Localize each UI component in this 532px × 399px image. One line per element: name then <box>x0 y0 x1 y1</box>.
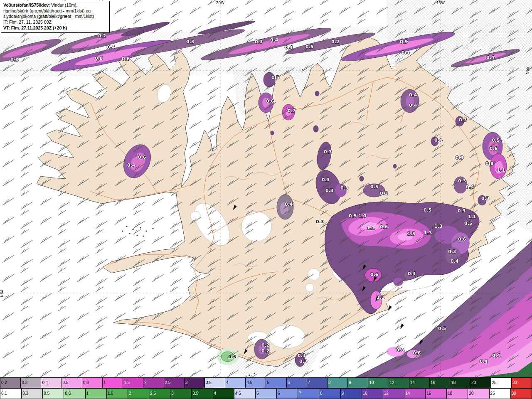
precip-value-label: 0.4 <box>486 55 495 60</box>
precip-value-label: 0.3 <box>456 155 464 160</box>
panel-init-time: IT: Fim. 27. 11. 2025 00Z <box>3 20 107 25</box>
precip-value-label: 0.3 <box>448 249 456 254</box>
precip-value-label: 0.4 <box>270 37 278 43</box>
colorbar-cell: 12 <box>383 388 404 399</box>
colorbar-cell: 1.5 <box>106 388 128 399</box>
colorbar-cell: 25 <box>489 388 510 399</box>
colorbar-cell: 4.5 <box>245 377 266 388</box>
precip-value-label: 0.3 <box>458 208 466 214</box>
precip-value-label: 1.0 <box>358 213 367 219</box>
colorbar-cell: 20 <box>468 388 489 399</box>
colorbar-cell: 2 <box>128 388 149 399</box>
colorbar-cell: 0.5 <box>42 388 64 399</box>
panel-line-2: rigning/skúrir (grænt/blátt/rautt - mm/1… <box>3 8 107 14</box>
precip-value-label: 0.3 <box>322 177 330 182</box>
colorbar-cell: 18 <box>446 388 468 399</box>
precip-value-label: 0.4 <box>434 138 443 143</box>
model-name: Veðurstofan/IS750dev <box>3 2 49 7</box>
colour-scales: 0.20.30.40.50.811.522.533.544.5567891012… <box>0 377 532 399</box>
colorbar-cell: 3.5 <box>204 377 225 388</box>
precip-value-label: 1.1 <box>367 225 375 231</box>
colorbar-cell: 18 <box>450 377 470 388</box>
precip-value-label: 1.1 <box>377 295 385 300</box>
precip-value-label: 0.6 <box>370 272 379 277</box>
colorbar-cell: 20 <box>470 377 490 388</box>
precip-value-label: 0.3 <box>459 117 467 123</box>
colorbar-cell: 8 <box>319 388 340 399</box>
colorbar-cell: 30 <box>511 377 532 388</box>
precip-value-label: 0.3 <box>298 353 306 358</box>
precip-value-label: 0.2 <box>261 342 270 348</box>
precip-value-label: 0.4 <box>127 163 135 168</box>
colorbar-cell: 3.5 <box>191 388 212 399</box>
colorbar-cell: 0.3 <box>20 377 41 388</box>
panel-line-3: slydda/snjókoma (grátt/bleikt/grænt - mm… <box>3 14 107 20</box>
precip-value-label: 0.5 <box>370 184 379 190</box>
precip-value-label: 0.3 <box>481 196 490 201</box>
colorbar-cell: 0.8 <box>82 377 102 388</box>
colorbar-cell: 7 <box>307 377 327 388</box>
colorbar-cell: 6 <box>276 388 298 399</box>
precip-value-label: 0.3 <box>186 39 195 44</box>
longitude-label: 20W <box>216 1 224 5</box>
colorbar-cell: 14 <box>409 377 429 388</box>
precip-value-label: 0.8 <box>396 347 404 353</box>
colorbar-cell: 14 <box>404 388 425 399</box>
weather-map: 20W15WN66N64 0.60.20.40.80.60.30.30.40.4… <box>0 0 532 377</box>
colorbar-cell: 0.1 <box>0 388 21 399</box>
precip-value-label: 0.5 <box>424 207 432 213</box>
colorbar-cell: 0.5 <box>62 377 82 388</box>
precip-value-label: 0.3 <box>380 191 388 196</box>
colorbar-cell: 2.5 <box>149 388 170 399</box>
precip-value-label: 1.1 <box>497 167 505 173</box>
colorbar-cell: 2.5 <box>164 377 184 388</box>
colorbar-cell: 16 <box>425 388 446 399</box>
precip-value-label: 0.3 <box>299 359 308 364</box>
precip-value-label: 1.3 <box>434 224 443 229</box>
colorbar-cell: 4 <box>213 388 234 399</box>
title-rest: : Vindur (10m), <box>49 2 77 7</box>
wind-barb-field <box>0 0 532 377</box>
colorbar-cell: 10 <box>368 377 388 388</box>
precip-value-label: 0.5 <box>305 44 314 49</box>
colorbar-cell: 4.5 <box>234 388 255 399</box>
precip-value-label: 0.8 <box>95 56 103 61</box>
precip-value-label: 1.5 <box>407 231 416 236</box>
colorbar-cell: 6 <box>286 377 307 388</box>
colorbar-cell: 9 <box>340 388 362 399</box>
forecast-info-panel: Veðurstofan/IS750dev: Vindur (10m), rign… <box>1 1 110 33</box>
snow-sleet-colour-scale: 0.20.30.40.50.811.522.533.544.5567891012… <box>0 377 532 388</box>
precip-value-label: 0.5 <box>349 213 357 219</box>
precip-value-label: 0.3 <box>316 219 324 224</box>
longitude-label: 15W <box>436 1 445 5</box>
colorbar-cell: 3 <box>170 388 191 399</box>
colorbar-cell: 25 <box>491 377 511 388</box>
precip-value-label: 0.4 <box>451 259 459 264</box>
precip-value-label: 0.4 <box>285 202 293 207</box>
precip-value-label: 0.4 <box>409 92 417 98</box>
precip-value-label: 0.6 <box>490 146 498 151</box>
precip-value-label: 0.4 <box>285 45 293 50</box>
precip-value-label: 0.6 <box>10 57 19 63</box>
colorbar-cell: 10 <box>362 388 383 399</box>
precip-value-label: 1.1 <box>468 214 476 219</box>
colorbar-cell: 1.5 <box>123 377 143 388</box>
colorbar-cell: 8 <box>327 377 347 388</box>
colorbar-cell: 0.4 <box>41 377 61 388</box>
latitude-label: N64 <box>0 290 4 297</box>
colorbar-cell: 5 <box>266 377 286 388</box>
precip-value-label: 0.2 <box>331 39 340 44</box>
colorbar-cell: 0.2 <box>0 377 20 388</box>
colorbar-cell: 2 <box>143 377 163 388</box>
latitude-label: N66 <box>525 67 530 74</box>
precip-value-label: 0.5 <box>271 75 280 80</box>
colorbar-cell: 5 <box>255 388 276 399</box>
precip-value-label: 0.6 <box>380 224 388 229</box>
colorbar-cell: 7 <box>298 388 319 399</box>
precip-value-label: 0.4 <box>408 271 416 276</box>
colorbar-cell: 0.3 <box>21 388 42 399</box>
colorbar-cell: 3 <box>184 377 204 388</box>
precip-value-label: 0.5 <box>464 221 473 226</box>
precip-value-label: 0.5 <box>438 326 446 331</box>
colorbar-cell: 4 <box>225 377 245 388</box>
